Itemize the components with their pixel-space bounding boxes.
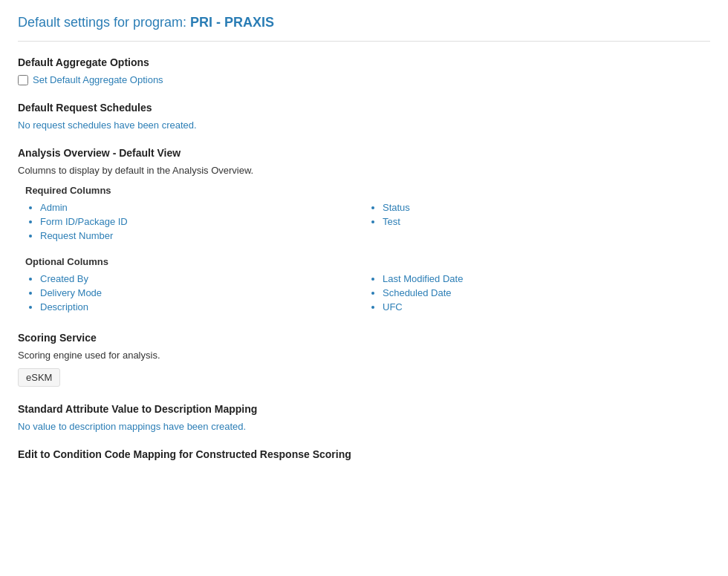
list-item: Test <box>383 216 710 227</box>
set-default-aggregate-checkbox[interactable] <box>18 75 28 85</box>
optional-col2-list: Last Modified Date Scheduled Date UFC <box>368 273 710 315</box>
required-columns-list: Admin Form ID/Package ID Request Number … <box>25 202 710 244</box>
request-schedules-info: No request schedules have been created. <box>18 120 710 131</box>
list-item: Delivery Mode <box>40 287 368 298</box>
scoring-service-value: eSKM <box>18 368 60 387</box>
optional-columns-list: Created By Delivery Mode Description Las… <box>25 273 710 315</box>
optional-col1-list: Created By Delivery Mode Description <box>25 273 368 315</box>
request-schedules-heading: Default Request Schedules <box>18 102 710 114</box>
scoring-service-heading: Scoring Service <box>18 332 710 344</box>
analysis-overview-section: Analysis Overview - Default View Columns… <box>18 147 710 315</box>
aggregate-options-section: Default Aggregate Options Set Default Ag… <box>18 56 710 85</box>
list-item: Request Number <box>40 230 368 241</box>
list-item: Description <box>40 301 368 312</box>
analysis-overview-description: Columns to display by default in the Ana… <box>18 165 710 176</box>
list-item: Status <box>383 202 710 213</box>
request-schedules-section: Default Request Schedules No request sch… <box>18 102 710 131</box>
condition-code-heading: Edit to Condition Code Mapping for Const… <box>18 448 710 460</box>
required-columns-label: Required Columns <box>25 185 710 196</box>
set-default-aggregate-row: Set Default Aggregate Options <box>18 74 710 85</box>
required-col1-list: Admin Form ID/Package ID Request Number <box>25 202 368 244</box>
list-item: Admin <box>40 202 368 213</box>
columns-container: Required Columns Admin Form ID/Package I… <box>25 185 710 315</box>
list-item: Form ID/Package ID <box>40 216 368 227</box>
attribute-mapping-heading: Standard Attribute Value to Description … <box>18 403 710 415</box>
scoring-service-description: Scoring engine used for analysis. <box>18 350 710 361</box>
aggregate-options-heading: Default Aggregate Options <box>18 56 710 68</box>
attribute-mapping-section: Standard Attribute Value to Description … <box>18 403 710 432</box>
page-title: Default settings for program: PRI - PRAX… <box>18 15 710 42</box>
list-item: UFC <box>383 301 710 312</box>
set-default-aggregate-label: Set Default Aggregate Options <box>33 74 163 85</box>
optional-columns-label: Optional Columns <box>25 256 710 267</box>
list-item: Last Modified Date <box>383 273 710 284</box>
attribute-mapping-info: No value to description mappings have be… <box>18 421 710 432</box>
condition-code-section: Edit to Condition Code Mapping for Const… <box>18 448 710 460</box>
analysis-overview-heading: Analysis Overview - Default View <box>18 147 710 159</box>
list-item: Scheduled Date <box>383 287 710 298</box>
list-item: Created By <box>40 273 368 284</box>
scoring-service-section: Scoring Service Scoring engine used for … <box>18 332 710 387</box>
required-col2-list: Status Test <box>368 202 710 244</box>
